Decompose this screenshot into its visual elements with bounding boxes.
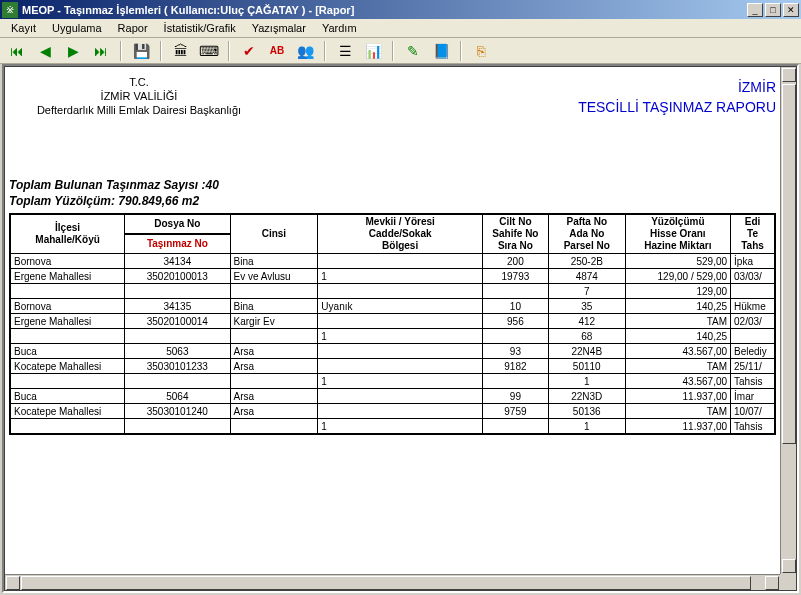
cell: 10 <box>482 299 548 314</box>
cell: 250-2B <box>548 254 625 269</box>
cell <box>318 359 483 374</box>
menu-uygulama[interactable]: Uygulama <box>45 20 109 36</box>
separator <box>324 41 326 61</box>
scroll-up-button[interactable] <box>782 68 796 82</box>
col-cadde: Cadde/Sokak <box>321 228 479 240</box>
cell: 9759 <box>482 404 548 419</box>
cell <box>230 284 318 299</box>
cell: 529,00 <box>625 254 730 269</box>
cell <box>482 419 548 434</box>
app-icon: ※ <box>2 2 18 18</box>
vertical-scrollbar[interactable] <box>780 67 796 574</box>
check-icon[interactable]: ✔ <box>238 40 260 62</box>
horizontal-scrollbar[interactable] <box>5 574 780 590</box>
cell: 50110 <box>548 359 625 374</box>
col-sira: Sıra No <box>486 240 545 252</box>
people-icon[interactable]: 👥 <box>294 40 316 62</box>
cell <box>230 374 318 389</box>
cell: TAM <box>625 314 730 329</box>
cell <box>482 329 548 344</box>
window-title: MEOP - Taşınmaz İşlemleri ( Kullanıcı:Ul… <box>22 4 747 16</box>
cell: 1 <box>548 374 625 389</box>
cell: 129,00 / 529,00 <box>625 269 730 284</box>
scroll-corner <box>780 574 796 590</box>
col-ilce: İlçesi <box>14 222 121 234</box>
exit-icon[interactable]: ⎘ <box>470 40 492 62</box>
cell: Belediy <box>731 344 775 359</box>
menu-rapor[interactable]: Rapor <box>111 20 155 36</box>
cell: 129,00 <box>625 284 730 299</box>
menu-yazismalar[interactable]: Yazışmalar <box>245 20 313 36</box>
rapor-title: TESCİLLİ TAŞINMAZ RAPORU <box>578 97 776 117</box>
table-row: Bornova34135BinaUyanık1035140,25Hükme <box>11 299 775 314</box>
cell: 93 <box>482 344 548 359</box>
menu-kayit[interactable]: Kayıt <box>4 20 43 36</box>
hscroll-thumb[interactable] <box>21 576 751 590</box>
count-value: 40 <box>205 178 218 192</box>
cell <box>230 419 318 434</box>
cell: 34135 <box>125 299 230 314</box>
il-label: İZMİR <box>578 77 776 97</box>
cell <box>318 404 483 419</box>
cell: İpka <box>731 254 775 269</box>
calc-icon[interactable]: ⌨ <box>198 40 220 62</box>
cell: 35 <box>548 299 625 314</box>
col-dosyano: Dosya No <box>154 218 200 229</box>
cell <box>125 329 230 344</box>
table-row: Buca5064Arsa9922N3D11.937,00İmar <box>11 389 775 404</box>
cell: 43.567,00 <box>625 374 730 389</box>
cell: 1 <box>318 419 483 434</box>
menu-istatistik[interactable]: İstatistik/Grafik <box>157 20 243 36</box>
cell <box>318 344 483 359</box>
cell: 4874 <box>548 269 625 284</box>
cell: 412 <box>548 314 625 329</box>
cell: 19793 <box>482 269 548 284</box>
table-row: Ergene Mahallesi35020100014Kargir Ev9564… <box>11 314 775 329</box>
book-icon[interactable]: 📘 <box>430 40 452 62</box>
menu-yardim[interactable]: Yardım <box>315 20 364 36</box>
brush-icon[interactable]: ✎ <box>402 40 424 62</box>
col-mevkii: Mevkii / Yöresi <box>321 216 479 228</box>
col-parsel: Parsel No <box>552 240 622 252</box>
cell <box>318 254 483 269</box>
cell: Arsa <box>230 359 318 374</box>
cell <box>11 329 125 344</box>
cell: 1 <box>318 329 483 344</box>
col-te: Te <box>734 228 771 240</box>
chart-icon[interactable]: 📊 <box>362 40 384 62</box>
nav-next-icon[interactable]: ▶ <box>62 40 84 62</box>
col-tasinmazno: Taşınmaz No <box>147 238 208 249</box>
scroll-down-button[interactable] <box>782 559 796 573</box>
nav-last-icon[interactable]: ⏭ <box>90 40 112 62</box>
font-icon[interactable]: AB <box>266 40 288 62</box>
cell: Tahsis <box>731 374 775 389</box>
save-icon[interactable]: 💾 <box>130 40 152 62</box>
cell <box>731 329 775 344</box>
cell: 02/03/ <box>731 314 775 329</box>
cell: Bina <box>230 254 318 269</box>
scroll-right-button[interactable] <box>765 576 779 590</box>
cell: 35030101233 <box>125 359 230 374</box>
area-value: 790.849,66 m2 <box>118 194 199 208</box>
cell: 1 <box>548 419 625 434</box>
cell <box>11 419 125 434</box>
vscroll-thumb[interactable] <box>782 84 796 444</box>
maximize-button[interactable]: □ <box>765 3 781 17</box>
table-row: 1111.937,00Tahsis <box>11 419 775 434</box>
cell: Kocatepe Mahallesi <box>11 404 125 419</box>
cell: 200 <box>482 254 548 269</box>
cell: 11.937,00 <box>625 419 730 434</box>
table-row: Buca5063Arsa9322N4B43.567,00Belediy <box>11 344 775 359</box>
list-icon[interactable]: ☰ <box>334 40 356 62</box>
col-pafta: Pafta No <box>552 216 622 228</box>
cell <box>11 284 125 299</box>
nav-first-icon[interactable]: ⏮ <box>6 40 28 62</box>
col-mahalle: Mahalle/Köyü <box>14 234 121 246</box>
scroll-left-button[interactable] <box>6 576 20 590</box>
close-button[interactable]: ✕ <box>783 3 799 17</box>
minimize-button[interactable]: _ <box>747 3 763 17</box>
nav-prev-icon[interactable]: ◀ <box>34 40 56 62</box>
cell: 50136 <box>548 404 625 419</box>
bank-icon[interactable]: 🏛 <box>170 40 192 62</box>
col-cinsi: Cinsi <box>262 228 286 239</box>
